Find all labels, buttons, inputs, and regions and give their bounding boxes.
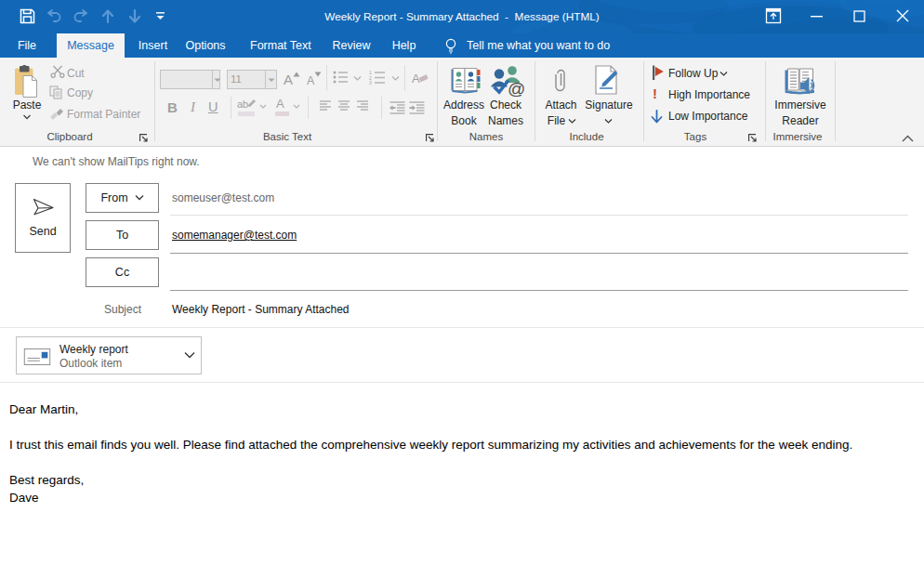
svg-text:@: @	[508, 79, 524, 97]
svg-text:3: 3	[369, 80, 372, 85]
